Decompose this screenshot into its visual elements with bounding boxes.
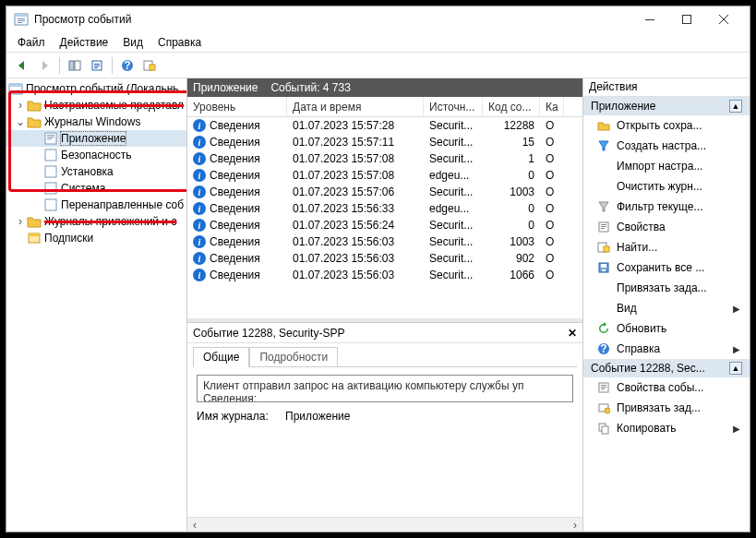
col-source[interactable]: Источн... bbox=[424, 97, 483, 116]
table-row[interactable]: iСведения01.07.2023 15:56:03Securit...10… bbox=[187, 267, 582, 283]
action-label: Свойства собы... bbox=[617, 381, 703, 394]
filter2-icon bbox=[596, 199, 611, 214]
action-label: Копировать bbox=[617, 422, 677, 435]
grid-body[interactable]: iСведения01.07.2023 15:57:28Securit...12… bbox=[187, 117, 582, 318]
menu-file[interactable]: Файл bbox=[10, 34, 53, 51]
collapse-icon[interactable]: ▲ bbox=[729, 362, 742, 375]
nav-back-button[interactable] bbox=[12, 55, 32, 76]
event-message[interactable]: Клиент отправил запрос на активацию комп… bbox=[197, 375, 573, 402]
collapse-icon[interactable]: ▲ bbox=[729, 100, 742, 113]
toolbar-properties-button[interactable] bbox=[87, 55, 107, 76]
table-row[interactable]: iСведения01.07.2023 15:56:03Securit...10… bbox=[187, 233, 582, 250]
tree-root[interactable]: Просмотр событий (Локальнь bbox=[6, 80, 186, 97]
props-icon bbox=[596, 380, 611, 395]
col-level[interactable]: Уровень bbox=[187, 97, 287, 116]
action-item[interactable]: Копировать▶ bbox=[583, 418, 750, 438]
tree-forwarded[interactable]: Перенаправленные соб bbox=[6, 197, 186, 213]
chevron-right-icon[interactable]: › bbox=[14, 215, 27, 228]
tree-system[interactable]: Система bbox=[6, 180, 186, 197]
table-row[interactable]: iСведения01.07.2023 15:57:28Securit...12… bbox=[187, 117, 582, 134]
table-row[interactable]: iСведения01.07.2023 15:56:03Securit...90… bbox=[187, 250, 582, 267]
tree-windows-logs[interactable]: ⌄ Журналы Windows bbox=[6, 114, 186, 130]
log-icon bbox=[43, 164, 58, 179]
tree-winlogs-label: Журналы Windows bbox=[44, 115, 140, 128]
minimize-button[interactable] bbox=[631, 7, 668, 31]
center-panel: Приложение Событий: 4 733 Уровень Дата и… bbox=[187, 78, 583, 532]
action-item[interactable]: Очистить журн... bbox=[583, 176, 750, 197]
tab-details[interactable]: Подробности bbox=[249, 347, 338, 367]
action-item[interactable]: Привязать зад... bbox=[583, 398, 750, 418]
col-code[interactable]: Код со... bbox=[483, 97, 540, 116]
find-icon bbox=[596, 240, 611, 255]
action-item[interactable]: Открыть сохра... bbox=[583, 115, 750, 136]
chevron-right-icon[interactable]: › bbox=[14, 99, 27, 112]
tree-custom-views[interactable]: › Настраиваемые представл bbox=[6, 97, 186, 114]
tree-app-services[interactable]: › Журналы приложений и с bbox=[6, 213, 186, 230]
action-item[interactable]: Сохранить все ... bbox=[583, 257, 750, 278]
action-item[interactable]: Привязать зада... bbox=[583, 278, 750, 298]
actions-group-event[interactable]: Событие 12288, Sec... ▲ bbox=[583, 359, 750, 377]
detail-header: Событие 12288, Security-SPP ✕ bbox=[187, 323, 582, 343]
col-datetime[interactable]: Дата и время bbox=[287, 97, 424, 116]
props-icon bbox=[596, 220, 611, 234]
menu-action[interactable]: Действие bbox=[53, 34, 116, 51]
toolbar-show-hide-button[interactable] bbox=[65, 55, 85, 76]
action-label: Обновить bbox=[617, 322, 666, 335]
action-item[interactable]: ?Справка▶ bbox=[583, 339, 750, 359]
actions-group-application[interactable]: Приложение ▲ bbox=[583, 97, 750, 115]
svg-rect-6 bbox=[683, 16, 691, 24]
tree-setup[interactable]: Установка bbox=[6, 163, 186, 180]
nav-forward-button[interactable] bbox=[34, 55, 54, 76]
chevron-down-icon[interactable]: ⌄ bbox=[14, 115, 27, 128]
action-item[interactable]: Свойства bbox=[583, 217, 750, 237]
titlebar[interactable]: Просмотр событий bbox=[6, 6, 750, 32]
action-item[interactable]: Свойства собы... bbox=[583, 377, 750, 398]
table-row[interactable]: iСведения01.07.2023 15:57:11Securit...15… bbox=[187, 134, 582, 150]
scroll-left-icon[interactable]: ‹ bbox=[187, 519, 202, 532]
folder-icon bbox=[27, 114, 42, 129]
body: Просмотр событий (Локальнь › Настраиваем… bbox=[6, 78, 750, 532]
toolbar-find-button[interactable] bbox=[139, 55, 160, 76]
action-item[interactable]: Импорт настра... bbox=[583, 156, 750, 176]
menu-help[interactable]: Справка bbox=[150, 34, 209, 51]
action-label: Привязать зада... bbox=[617, 281, 707, 294]
action-item[interactable]: Найти... bbox=[583, 237, 750, 257]
tree-subscriptions[interactable]: Подписки bbox=[6, 230, 186, 246]
table-row[interactable]: iСведения01.07.2023 15:57:08Securit...1О bbox=[187, 150, 582, 167]
table-row[interactable]: iСведения01.07.2023 15:57:08edgeu...0О bbox=[187, 167, 582, 184]
svg-rect-20 bbox=[150, 65, 155, 70]
close-button[interactable] bbox=[705, 7, 742, 31]
svg-rect-30 bbox=[45, 199, 56, 210]
action-item[interactable]: Фильтр текуще... bbox=[583, 197, 750, 217]
detail-hscrollbar[interactable]: ‹ › bbox=[187, 517, 582, 532]
action-item[interactable]: Обновить bbox=[583, 318, 750, 339]
svg-marker-9 bbox=[18, 61, 24, 70]
tab-general[interactable]: Общие bbox=[193, 347, 249, 367]
tree-application-label: Приложение bbox=[61, 132, 126, 145]
detail-close-button[interactable]: ✕ bbox=[568, 327, 577, 340]
tree-security[interactable]: Безопасность bbox=[6, 147, 186, 163]
subscription-icon bbox=[27, 231, 42, 245]
table-row[interactable]: iСведения01.07.2023 15:56:24Securit...0О bbox=[187, 217, 582, 233]
maximize-button[interactable] bbox=[668, 7, 705, 31]
table-row[interactable]: iСведения01.07.2023 15:56:33edgeu...0О bbox=[187, 200, 582, 217]
table-row[interactable]: iСведения01.07.2023 15:57:06Securit...10… bbox=[187, 184, 582, 200]
action-item[interactable]: Вид▶ bbox=[583, 298, 750, 318]
submenu-arrow-icon: ▶ bbox=[733, 424, 740, 434]
svg-rect-38 bbox=[601, 228, 605, 229]
scroll-right-icon[interactable]: › bbox=[568, 519, 582, 532]
action-label: Очистить журн... bbox=[617, 180, 702, 193]
navigation-tree[interactable]: Просмотр событий (Локальнь › Настраиваем… bbox=[6, 78, 187, 532]
refresh-icon bbox=[596, 321, 611, 336]
menu-view[interactable]: Вид bbox=[115, 34, 150, 51]
svg-rect-43 bbox=[602, 269, 606, 271]
col-category[interactable]: Ка bbox=[540, 97, 564, 116]
grid-header[interactable]: Уровень Дата и время Источн... Код со...… bbox=[187, 97, 582, 117]
info-icon: i bbox=[193, 202, 206, 215]
svg-marker-34 bbox=[599, 202, 608, 211]
svg-text:?: ? bbox=[600, 342, 606, 355]
action-item[interactable]: Создать настра... bbox=[583, 136, 750, 156]
folder-icon bbox=[27, 98, 42, 113]
tree-application[interactable]: Приложение bbox=[6, 130, 186, 147]
toolbar-help-button[interactable]: ? bbox=[117, 55, 138, 76]
